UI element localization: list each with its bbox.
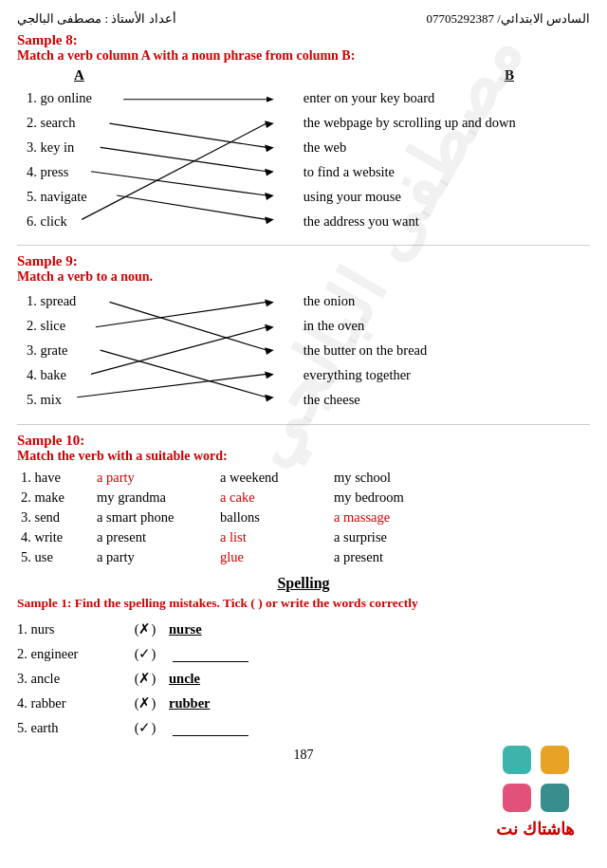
list-item: 6. click (27, 209, 275, 233)
sample9-instruction: Match a verb to a noun. (17, 269, 590, 285)
sample10-col3: a massage (330, 508, 590, 527)
sample10-title: Sample 10: (17, 433, 590, 449)
spelling-section: Spelling Sample 1: Find the spelling mis… (17, 575, 590, 740)
sample10-verb: 3. send (17, 508, 93, 527)
table-row: 1. havea partya weekendmy school (17, 468, 590, 488)
sample9-rows: 1. spread 2. slice 3. grate 4. bake 5. m… (17, 288, 590, 412)
spelling-answer: uncle (169, 671, 200, 687)
list-item: to find a website (304, 159, 590, 184)
list-item: 1. nurs(✗)nurse (17, 617, 590, 641)
list-item: 3. ancle(✗)uncle (17, 666, 590, 691)
sample10-col3: a present (330, 547, 590, 567)
list-item: 3. key in (27, 135, 275, 159)
sample8-instruction: Match a verb column A with a noun phrase… (17, 48, 590, 64)
hashtag-icon (498, 741, 574, 817)
list-item: 2. search (27, 110, 275, 135)
list-item: the address you want (304, 209, 590, 233)
list-item: 5. mix (27, 387, 275, 412)
sample9-match: 1. spread 2. slice 3. grate 4. bake 5. m… (17, 288, 590, 416)
list-item: 5. earth(✓) (17, 715, 590, 740)
spelling-title: Spelling (17, 575, 590, 592)
sample9-col-left: 1. spread 2. slice 3. grate 4. bake 5. m… (17, 288, 275, 412)
spelling-word: 1. nurs (17, 621, 121, 637)
list-item: the webpage by scrolling up and down (304, 110, 590, 135)
list-item: 4. press (27, 159, 275, 184)
sample10-instruction: Match the verb with a suitable word: (17, 449, 590, 464)
sample10-col3: my school (330, 468, 590, 488)
sample10-col1: a smart phone (93, 508, 216, 527)
list-item: 5. navigate (27, 184, 275, 209)
sample8-rows: 1. go online 2. search 3. key in 4. pres… (17, 85, 590, 233)
svg-rect-23 (541, 746, 569, 774)
sample10-verb: 4. write (17, 527, 93, 547)
list-item: the butter on the bread (304, 338, 590, 362)
sample10-col1: a present (93, 527, 216, 547)
list-item: the cheese (304, 387, 590, 412)
hashtag-logo: هاشتاك نت (484, 741, 588, 840)
list-item: in the oven (304, 313, 590, 338)
spelling-tick: (✓) (121, 646, 169, 662)
sample10-col1: a party (93, 547, 216, 567)
sample9-col-right: the onion in the oven the butter on the … (275, 288, 590, 412)
spelling-word: 4. rabber (17, 695, 121, 711)
sample10-verb: 5. use (17, 547, 93, 567)
svg-rect-25 (541, 784, 569, 812)
svg-rect-22 (503, 746, 531, 774)
sample8-title: Sample 8: (17, 32, 590, 48)
sample10-col3: a surprise (330, 527, 590, 547)
list-item: 2. slice (27, 313, 275, 338)
list-item: everything together (304, 362, 590, 387)
table-row: 5. usea partygluea present (17, 547, 590, 567)
table-row: 3. senda smart phoneballonsa massage (17, 508, 590, 527)
list-item: 4. bake (27, 362, 275, 387)
sample8-col-left: 1. go online 2. search 3. key in 4. pres… (17, 85, 275, 233)
col-a-label: A (74, 67, 84, 83)
svg-rect-24 (503, 784, 531, 812)
sample9-title: Sample 9: (17, 253, 590, 269)
header-right: أعداد الأستاذ : مصطفى البالجي (17, 11, 176, 27)
hashtag-text: هاشتاك نت (484, 819, 588, 840)
spelling-tick: (✗) (121, 621, 169, 637)
divider1 (17, 245, 590, 246)
sample10-section: Sample 10: Match the verb with a suitabl… (17, 433, 590, 567)
list-item: the web (304, 135, 590, 159)
sample10-col1: my grandma (93, 488, 216, 508)
list-item: using your mouse (304, 184, 590, 209)
list-item: the onion (304, 288, 590, 313)
spelling-word: 5. earth (17, 720, 121, 736)
spelling-instruction: Sample 1: Find the spelling mistakes. Ti… (17, 596, 590, 611)
col-b-label: B (505, 67, 514, 83)
spelling-tick: (✓) (121, 720, 169, 736)
sample10-verb: 2. make (17, 488, 93, 508)
sample10-verb: 1. have (17, 468, 93, 488)
list-item: 2. engineer(✓) (17, 641, 590, 666)
spelling-answer: nurse (169, 621, 202, 637)
sample8-match: 1. go online 2. search 3. key in 4. pres… (17, 85, 590, 237)
header: السادس الابتدائي/ 07705292387 أعداد الأس… (17, 11, 590, 27)
sample10-col2: a weekend (216, 468, 330, 488)
spelling-rows: 1. nurs(✗)nurse2. engineer(✓) 3. ancle(✗… (17, 617, 590, 740)
list-item: 3. grate (27, 338, 275, 362)
spelling-answer: rubber (169, 695, 211, 711)
spelling-word: 2. engineer (17, 646, 121, 662)
sample10-col3: my bedroom (330, 488, 590, 508)
sample10-col2: ballons (216, 508, 330, 527)
page: مصطفى البالجي السادس الابتدائي/ 07705292… (0, 0, 607, 868)
spelling-word: 3. ancle (17, 671, 121, 687)
sample10-table: 1. havea partya weekendmy school2. makem… (17, 468, 590, 567)
list-item: 4. rabber(✗)rubber (17, 691, 590, 715)
spelling-answer (169, 719, 248, 736)
spelling-tick: (✗) (121, 695, 169, 711)
sample8-col-headers: A B (17, 67, 590, 83)
sample8-col-right: enter on your key board the webpage by s… (275, 85, 590, 233)
header-left: السادس الابتدائي/ 07705292387 (426, 11, 590, 27)
sample8-section: Sample 8: Match a verb column A with a n… (17, 32, 590, 237)
sample10-col2: glue (216, 547, 330, 567)
divider2 (17, 424, 590, 425)
list-item: 1. go online (27, 85, 275, 110)
sample10-col2: a list (216, 527, 330, 547)
table-row: 2. makemy grandmaa cakemy bedroom (17, 488, 590, 508)
sample10-col1: a party (93, 468, 216, 488)
table-row: 4. writea presenta lista surprise (17, 527, 590, 547)
list-item: 1. spread (27, 288, 275, 313)
